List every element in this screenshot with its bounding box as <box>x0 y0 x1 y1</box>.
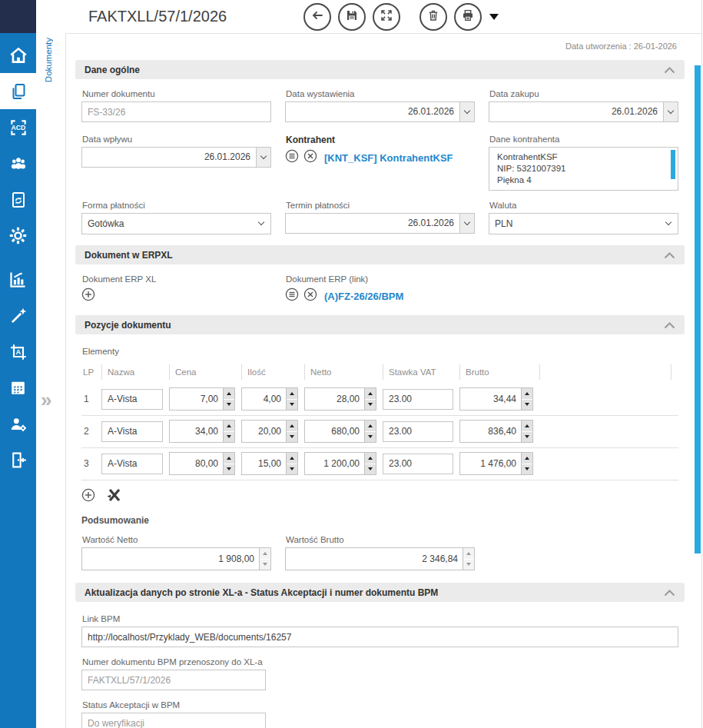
spin-up[interactable] <box>287 453 297 464</box>
data-wplywu-datepicker[interactable]: 26.01.2026 <box>81 147 271 168</box>
forma-platnosci-select[interactable]: Gotówka <box>81 213 271 234</box>
expand-panel-chevrons[interactable]: » <box>41 388 51 412</box>
netto-spinner[interactable]: 1 200,00 <box>304 452 376 475</box>
spin-up[interactable] <box>463 548 474 559</box>
sidebar-item-document-flow[interactable] <box>0 181 36 218</box>
sidebar-item-settings[interactable] <box>0 218 36 254</box>
add-row-icon[interactable] <box>81 488 106 505</box>
vertical-scrollbar[interactable] <box>695 65 701 553</box>
collapse-chevron-icon[interactable] <box>664 63 675 77</box>
nazwa-input[interactable] <box>101 389 163 410</box>
spin-up[interactable] <box>522 388 532 399</box>
print-dropdown-caret[interactable] <box>489 14 499 20</box>
brutto-spinner[interactable]: 836,40 <box>459 420 533 443</box>
sidebar-item-contacts[interactable] <box>0 145 36 181</box>
spin-up[interactable] <box>522 453 532 464</box>
print-button[interactable] <box>454 3 482 31</box>
netto-spinner[interactable]: 28,00 <box>304 387 376 411</box>
cena-spinner[interactable]: 34,00 <box>169 420 235 443</box>
datepicker-toggle[interactable] <box>459 102 474 121</box>
save-button[interactable] <box>338 3 366 31</box>
spin-down[interactable] <box>365 464 376 475</box>
erp-link-list-icon[interactable] <box>285 288 303 304</box>
collapse-chevron-icon[interactable] <box>664 318 675 332</box>
nazwa-input[interactable] <box>101 454 163 474</box>
back-button[interactable] <box>303 3 331 31</box>
kontrahent-clear-icon[interactable] <box>303 149 322 166</box>
data-wystawienia-datepicker[interactable]: 26.01.2026 <box>285 101 475 122</box>
waluta-select[interactable]: PLN <box>489 213 678 234</box>
spin-down[interactable] <box>287 431 297 443</box>
spin-down[interactable] <box>463 559 474 570</box>
textarea-scrollbar[interactable] <box>671 150 675 179</box>
section-dane-ogolne-header[interactable]: Dane ogólne <box>75 60 685 79</box>
status-akceptacji-input[interactable] <box>81 713 266 728</box>
section-pozycje-header[interactable]: Pozycje dokumentu <box>75 315 685 334</box>
sidebar-item-user-settings[interactable] <box>0 406 36 442</box>
sidebar-item-acd[interactable]: ACD <box>0 109 36 145</box>
numer-dokumentu-input[interactable] <box>81 101 271 122</box>
stawka-vat-input[interactable] <box>383 389 453 410</box>
termin-platnosci-datepicker[interactable]: 26.01.2026 <box>285 213 475 234</box>
collapse-chevron-icon[interactable] <box>664 586 675 600</box>
spin-up[interactable] <box>365 453 376 464</box>
spin-down[interactable] <box>287 464 297 475</box>
sidebar-item-home[interactable] <box>0 37 36 73</box>
sidebar-item-templates[interactable]: A <box>0 334 36 370</box>
dane-kontrahenta-textarea[interactable]: KontrahentKSF NIP: 5321007391 Piękna 4 <box>489 147 678 191</box>
ilosc-spinner[interactable]: 20,00 <box>241 420 298 443</box>
spin-down[interactable] <box>522 464 532 475</box>
ilosc-spinner[interactable]: 15,00 <box>241 452 298 475</box>
section-aktualizacja-header[interactable]: Aktualizacja danych po stronie XL-a - St… <box>75 583 685 602</box>
spin-down[interactable] <box>522 431 532 443</box>
spin-down[interactable] <box>224 464 234 475</box>
brutto-spinner[interactable]: 34,44 <box>459 387 533 411</box>
erp-document-link[interactable]: (A)FZ-26/26/BPM <box>324 291 403 302</box>
nazwa-input[interactable] <box>101 421 163 442</box>
spin-down[interactable] <box>287 399 297 411</box>
datepicker-toggle[interactable] <box>256 148 270 167</box>
datepicker-toggle[interactable] <box>459 214 474 233</box>
delete-row-icon[interactable] <box>106 487 133 506</box>
spin-up[interactable] <box>365 421 376 431</box>
sidebar-item-calendar[interactable] <box>0 370 36 406</box>
section-erpxl-header[interactable]: Dokument w ERPXL <box>75 245 685 264</box>
fullscreen-button[interactable] <box>373 3 400 31</box>
spin-up[interactable] <box>365 388 376 399</box>
add-erp-document-icon[interactable] <box>81 288 100 304</box>
tab-dokumenty[interactable]: Dokumenty <box>44 38 53 82</box>
sidebar-item-wizard[interactable] <box>0 298 36 334</box>
cena-spinner[interactable]: 80,00 <box>169 452 235 475</box>
erp-link-clear-icon[interactable] <box>303 288 322 304</box>
spin-down[interactable] <box>522 399 532 411</box>
data-zakupu-datepicker[interactable]: 26.01.2026 <box>489 101 678 122</box>
sidebar-item-logout[interactable] <box>0 442 36 478</box>
spin-down[interactable] <box>260 559 270 570</box>
spin-up[interactable] <box>260 548 270 559</box>
spin-down[interactable] <box>365 431 376 443</box>
numer-bpm-input[interactable] <box>81 670 266 690</box>
wartosc-netto-spinner[interactable]: 1 908,00 <box>81 547 271 570</box>
stawka-vat-input[interactable] <box>383 421 453 442</box>
spin-up[interactable] <box>224 453 234 464</box>
stawka-vat-input[interactable] <box>383 454 453 474</box>
kontrahent-list-icon[interactable] <box>285 149 303 166</box>
netto-spinner[interactable]: 680,00 <box>304 420 376 443</box>
spin-up[interactable] <box>287 388 297 399</box>
spin-down[interactable] <box>224 399 234 411</box>
spin-up[interactable] <box>224 388 234 399</box>
datepicker-toggle[interactable] <box>663 102 678 121</box>
ilosc-spinner[interactable]: 4,00 <box>241 387 298 411</box>
spin-down[interactable] <box>224 431 234 443</box>
spin-down[interactable] <box>365 399 376 411</box>
sidebar-item-reports[interactable] <box>0 261 36 298</box>
cena-spinner[interactable]: 7,00 <box>169 387 235 411</box>
brutto-spinner[interactable]: 1 476,00 <box>459 452 533 475</box>
spin-up[interactable] <box>287 421 297 431</box>
wartosc-brutto-spinner[interactable]: 2 346,84 <box>285 547 475 570</box>
spin-up[interactable] <box>522 421 532 431</box>
collapse-chevron-icon[interactable] <box>664 248 675 262</box>
kontrahent-link[interactable]: [KNT_KSF] KontrahentKSF <box>324 152 453 164</box>
spin-up[interactable] <box>224 421 234 431</box>
sidebar-item-documents[interactable] <box>0 73 36 109</box>
